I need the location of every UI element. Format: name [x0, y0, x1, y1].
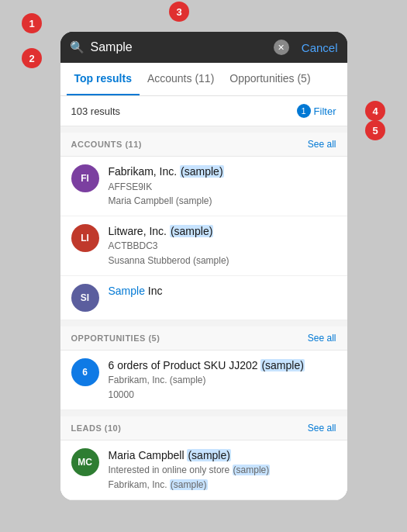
item-title: Litware, Inc. (sample) — [109, 224, 336, 238]
item-title: 6 orders of Product SKU JJ202 (sample) — [109, 358, 336, 372]
accounts-section-header: ACCOUNTS (11) See all — [60, 133, 347, 157]
item-content: Litware, Inc. (sample) ACTBBDC3 Susanna … — [109, 224, 336, 268]
tab-accounts[interactable]: Accounts (11) — [140, 63, 222, 95]
opportunities-see-all[interactable]: See all — [308, 333, 336, 344]
highlight-sample: (sample) — [170, 479, 208, 490]
list-item[interactable]: SI Sample Inc — [60, 276, 347, 320]
opportunities-section-title: OPPORTUNITIES (5) — [71, 333, 160, 343]
annotation-4: 4 — [365, 101, 385, 121]
item-sub1: Fabrikam, Inc. (sample) — [109, 374, 336, 387]
item-sub2: 10000 — [109, 389, 336, 402]
tabs-bar: Top results Accounts (11) Opportunities … — [60, 63, 347, 96]
item-sub2: Fabrikam, Inc. (sample) — [109, 478, 336, 492]
phone-frame: 🔍 Sample ✕ Cancel Top results Accounts (… — [60, 32, 347, 499]
avatar: LI — [71, 224, 99, 252]
list-item[interactable]: MC Maria Campbell (sample) Interested in… — [60, 440, 347, 500]
item-title: Maria Campbell (sample) — [109, 448, 336, 462]
item-sub2: Susanna Stubberod (sample) — [109, 254, 336, 268]
item-content: 6 orders of Product SKU JJ202 (sample) F… — [109, 358, 336, 402]
item-sub1: Interested in online only store (sample) — [109, 464, 336, 477]
section-leads: LEADS (10) See all MC Maria Campbell (sa… — [60, 416, 347, 500]
accounts-section-title: ACCOUNTS (11) — [71, 140, 142, 149]
item-sub1: AFFSE9IK — [109, 181, 336, 194]
item-content: Sample Inc — [109, 284, 336, 298]
highlight-sample: (sample) — [170, 225, 213, 237]
highlight-sample: (sample) — [260, 359, 304, 371]
cancel-button[interactable]: Cancel — [295, 41, 338, 54]
opportunities-section-header: OPPORTUNITIES (5) See all — [60, 326, 347, 351]
item-title: Fabrikam, Inc. (sample) — [109, 164, 336, 178]
highlight-sample: (sample) — [233, 465, 271, 475]
leads-see-all[interactable]: See all — [308, 423, 336, 434]
item-content: Fabrikam, Inc. (sample) AFFSE9IK Maria C… — [109, 164, 336, 208]
leads-section-title: LEADS (10) — [71, 423, 122, 433]
annotation-5: 5 — [365, 120, 385, 140]
item-content: Maria Campbell (sample) Interested in on… — [109, 448, 336, 492]
section-accounts: ACCOUNTS (11) See all FI Fabrikam, Inc. … — [60, 133, 347, 320]
tab-opportunities[interactable]: Opportunities (5) — [222, 63, 318, 95]
annotation-3: 3 — [169, 2, 189, 22]
search-icon: 🔍 — [70, 40, 85, 54]
content-area: 103 results 1 Filter ACCOUNTS (11) See a… — [60, 96, 347, 499]
clear-button[interactable]: ✕ — [274, 40, 289, 55]
item-sub1: ACTBBDC3 — [109, 240, 336, 253]
leads-section-header: LEADS (10) See all — [60, 416, 347, 440]
item-sub2: Maria Campbell (sample) — [109, 195, 336, 208]
annotation-2: 2 — [22, 48, 42, 68]
avatar: MC — [71, 448, 99, 476]
tab-top-results[interactable]: Top results — [67, 63, 140, 95]
list-item[interactable]: 6 6 orders of Product SKU JJ202 (sample)… — [60, 351, 347, 410]
annotation-1: 1 — [22, 13, 42, 33]
list-item[interactable]: LI Litware, Inc. (sample) ACTBBDC3 Susan… — [60, 216, 347, 276]
item-title: Sample Inc — [109, 284, 336, 298]
accounts-see-all[interactable]: See all — [308, 139, 336, 150]
avatar: 6 — [71, 358, 99, 386]
filter-label: Filter — [314, 105, 336, 117]
avatar: FI — [71, 164, 99, 192]
section-opportunities: OPPORTUNITIES (5) See all 6 6 orders of … — [60, 326, 347, 410]
highlight-sample: (sample) — [180, 165, 223, 178]
results-header: 103 results 1 Filter — [60, 96, 347, 126]
results-count: 103 results — [71, 105, 121, 117]
search-input[interactable]: Sample — [91, 40, 267, 54]
highlight-sample: (sample) — [187, 449, 230, 461]
search-bar: 🔍 Sample ✕ Cancel — [60, 32, 347, 63]
list-item[interactable]: FI Fabrikam, Inc. (sample) AFFSE9IK Mari… — [60, 157, 347, 216]
filter-button[interactable]: 1 Filter — [297, 104, 336, 118]
filter-badge: 1 — [297, 104, 311, 118]
avatar: SI — [71, 284, 99, 312]
